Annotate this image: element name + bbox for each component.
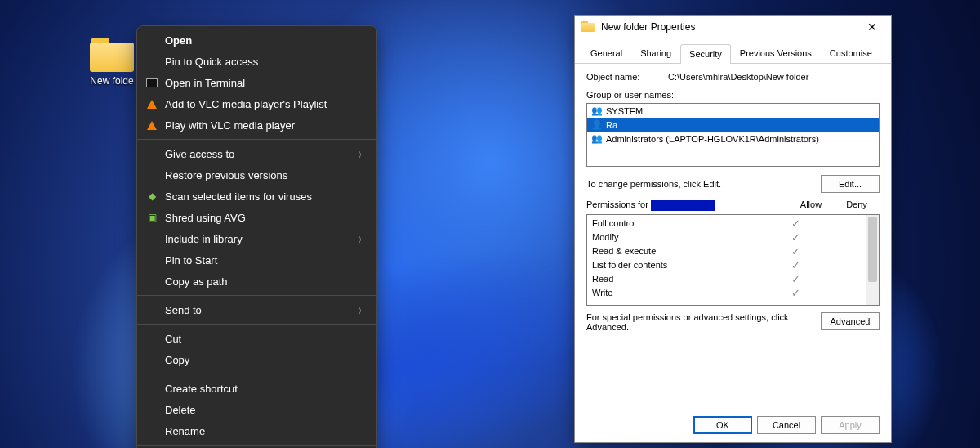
ctx-add-vlc-playlist[interactable]: Add to VLC media player's Playlist bbox=[137, 93, 376, 114]
separator bbox=[137, 295, 376, 296]
shield-icon: ◆ bbox=[145, 190, 158, 203]
ctx-pin-start[interactable]: Pin to Start bbox=[137, 249, 376, 271]
ctx-open-terminal[interactable]: Open in Terminal bbox=[137, 72, 376, 93]
user-list[interactable]: 👥SYSTEM 👤Ra 👥Administrators (LAPTOP-HGLO… bbox=[586, 103, 880, 167]
desktop-folder[interactable]: New folde bbox=[83, 38, 140, 87]
perm-row[interactable]: Modify✓ bbox=[592, 231, 864, 244]
edit-button[interactable]: Edit... bbox=[821, 175, 880, 193]
perm-row[interactable]: List folder contents✓ bbox=[592, 258, 864, 272]
dialog-title: New folder Properties bbox=[601, 21, 860, 33]
titlebar[interactable]: New folder Properties ✕ bbox=[575, 16, 891, 38]
users-icon: 👥 bbox=[590, 132, 603, 145]
ctx-open[interactable]: Open bbox=[137, 29, 376, 51]
ctx-restore-previous[interactable]: Restore previous versions bbox=[137, 164, 376, 186]
ctx-copy-as-path[interactable]: Copy as path bbox=[137, 271, 376, 292]
check-icon: ✓ bbox=[773, 273, 818, 285]
check-icon: ✓ bbox=[773, 231, 818, 244]
perm-row[interactable]: Read✓ bbox=[592, 272, 864, 286]
advanced-button[interactable]: Advanced bbox=[821, 312, 880, 330]
ctx-send-to[interactable]: Send to〉 bbox=[137, 299, 376, 320]
avg-icon: ▣ bbox=[145, 211, 158, 224]
group-user-names-label: Group or user names: bbox=[586, 90, 880, 100]
tab-general[interactable]: General bbox=[581, 43, 631, 63]
ctx-give-access-to[interactable]: Give access to〉 bbox=[137, 143, 376, 164]
object-name-label: Object name: bbox=[586, 72, 668, 82]
scrollbar-thumb[interactable] bbox=[868, 217, 877, 282]
ctx-copy[interactable]: Copy bbox=[137, 349, 376, 370]
chevron-right-icon: 〉 bbox=[358, 305, 367, 317]
cancel-button[interactable]: Cancel bbox=[757, 416, 816, 434]
desktop-folder-label: New folde bbox=[83, 75, 140, 87]
users-icon: 👥 bbox=[590, 105, 603, 117]
check-icon: ✓ bbox=[773, 287, 818, 299]
ctx-shred-avg[interactable]: ▣Shred using AVG bbox=[137, 207, 376, 228]
folder-icon bbox=[90, 38, 134, 72]
separator bbox=[137, 374, 376, 374]
ctx-cut[interactable]: Cut bbox=[137, 328, 376, 349]
ctx-create-shortcut[interactable]: Create shortcut bbox=[137, 378, 376, 399]
user-row-selected[interactable]: 👤Ra bbox=[587, 118, 879, 132]
vlc-icon bbox=[145, 97, 158, 110]
advanced-text: For special permissions or advanced sett… bbox=[586, 312, 821, 332]
permissions-list[interactable]: Full control✓ Modify✓ Read & execute✓ Li… bbox=[586, 214, 880, 306]
user-icon: 👤 bbox=[590, 119, 603, 131]
chevron-right-icon: 〉 bbox=[358, 149, 367, 161]
terminal-icon bbox=[145, 76, 158, 89]
tab-customise[interactable]: Customise bbox=[821, 43, 881, 63]
perm-row[interactable]: Write✓ bbox=[592, 286, 864, 300]
separator bbox=[137, 445, 376, 446]
change-permissions-text: To change permissions, click Edit. bbox=[586, 179, 821, 189]
ok-button[interactable]: OK bbox=[693, 416, 752, 434]
user-row-administrators[interactable]: 👥Administrators (LAPTOP-HGLOVK1R\Adminis… bbox=[587, 132, 879, 146]
tab-bar: General Sharing Security Previous Versio… bbox=[575, 38, 891, 64]
scrollbar[interactable] bbox=[866, 215, 879, 305]
redacted-username bbox=[651, 200, 715, 211]
allow-header: Allow bbox=[788, 199, 834, 211]
permissions-for-label: Permissions for bbox=[586, 199, 788, 211]
ctx-include-library[interactable]: Include in library〉 bbox=[137, 228, 376, 249]
folder-icon bbox=[581, 21, 595, 32]
perm-row[interactable]: Read & execute✓ bbox=[592, 244, 864, 258]
tab-security[interactable]: Security bbox=[680, 44, 731, 64]
deny-header: Deny bbox=[834, 199, 880, 211]
check-icon: ✓ bbox=[773, 259, 818, 271]
apply-button[interactable]: Apply bbox=[821, 416, 880, 434]
tab-sharing[interactable]: Sharing bbox=[631, 43, 680, 63]
tab-previous-versions[interactable]: Previous Versions bbox=[731, 43, 821, 63]
vlc-icon bbox=[145, 119, 158, 132]
context-menu: Open Pin to Quick access Open in Termina… bbox=[136, 25, 377, 448]
check-icon: ✓ bbox=[773, 217, 818, 230]
ctx-rename[interactable]: Rename bbox=[137, 420, 376, 441]
ctx-play-vlc[interactable]: Play with VLC media player bbox=[137, 114, 376, 136]
separator bbox=[137, 139, 376, 140]
object-name-value: C:\Users\mhlra\Desktop\New folder bbox=[668, 72, 808, 82]
ctx-pin-quick-access[interactable]: Pin to Quick access bbox=[137, 51, 376, 72]
ctx-delete[interactable]: Delete bbox=[137, 399, 376, 420]
user-row-system[interactable]: 👥SYSTEM bbox=[587, 104, 879, 118]
separator bbox=[137, 324, 376, 325]
check-icon: ✓ bbox=[773, 245, 818, 258]
close-button[interactable]: ✕ bbox=[860, 20, 884, 34]
perm-row[interactable]: Full control✓ bbox=[592, 217, 864, 231]
ctx-scan-viruses[interactable]: ◆Scan selected items for viruses bbox=[137, 186, 376, 207]
chevron-right-icon: 〉 bbox=[358, 234, 367, 246]
properties-dialog: New folder Properties ✕ General Sharing … bbox=[574, 15, 892, 443]
